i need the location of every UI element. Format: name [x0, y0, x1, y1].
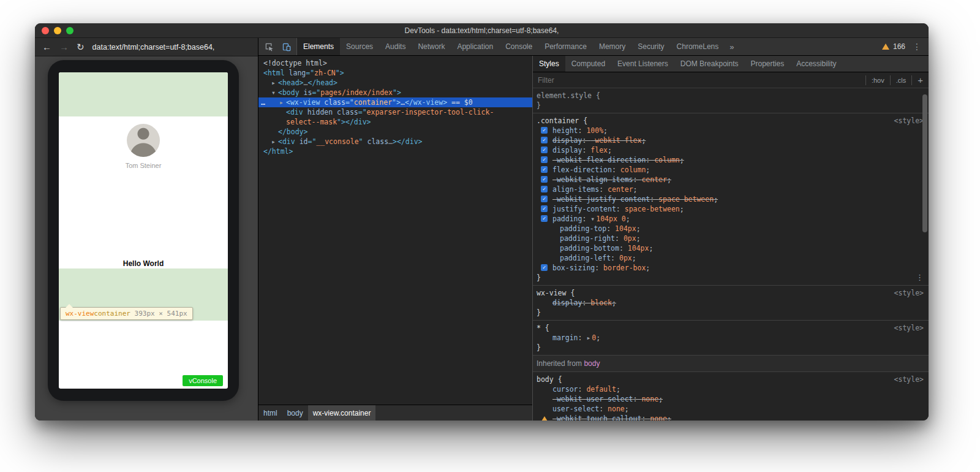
more-tabs-chevron[interactable]: »	[725, 38, 739, 55]
style-source-link[interactable]: <style>	[894, 323, 924, 333]
style-source-link[interactable]: <style>	[894, 116, 924, 126]
property-checkbox[interactable]: ✓	[541, 156, 548, 163]
longhand-expand-icon[interactable]: ▾	[590, 215, 595, 223]
css-property[interactable]: ✓justify-content: space-between;	[537, 204, 927, 214]
back-icon[interactable]: ←	[42, 42, 51, 51]
styles-tab-properties[interactable]: Properties	[744, 56, 790, 72]
disclosure-arrow-icon[interactable]: ▸	[279, 97, 286, 107]
property-checkbox[interactable]: ✓	[541, 166, 548, 173]
css-property[interactable]: ✓-webkit-justify-content: space-between;	[537, 194, 927, 204]
dom-tree-line[interactable]: <html lang="zh-CN">	[258, 68, 532, 78]
semicolon: ;	[649, 244, 653, 253]
devtools-menu-icon[interactable]: ⋮	[909, 42, 925, 51]
disclosure-arrow-icon[interactable]: ▾	[271, 88, 278, 97]
css-property[interactable]: margin: ▸0;	[537, 333, 927, 343]
styles-tab-computed[interactable]: Computed	[565, 56, 611, 72]
style-source-link[interactable]: <style>	[894, 375, 924, 384]
zoom-window-button[interactable]	[66, 27, 74, 34]
rule-selector[interactable]: body	[537, 375, 554, 384]
css-property[interactable]: user-select: none;	[537, 404, 927, 414]
tab-console[interactable]: Console	[499, 38, 538, 55]
dom-tree-line[interactable]: ▸<div id="__vconsole" class…></div>	[258, 137, 532, 147]
tab-performance[interactable]: Performance	[538, 38, 593, 55]
css-property[interactable]: -webkit-touch-callout: none;	[537, 414, 927, 421]
css-property[interactable]: padding-top: 104px;	[537, 224, 927, 234]
tab-network[interactable]: Network	[412, 38, 451, 55]
address-url[interactable]: data:text/html;charset=utf-8;base64,	[92, 43, 215, 51]
property-checkbox[interactable]: ✓	[541, 186, 548, 192]
forward-icon[interactable]: →	[59, 42, 69, 51]
breadcrumb-body[interactable]: body	[282, 405, 308, 421]
css-property[interactable]: -webkit-user-select: none;	[537, 394, 927, 404]
css-property[interactable]: padding-left: 0px;	[537, 253, 927, 263]
tab-memory[interactable]: Memory	[593, 38, 631, 55]
disclosure-arrow-icon[interactable]: ▸	[271, 137, 278, 147]
property-checkbox[interactable]: ✓	[541, 147, 548, 153]
property-checkbox[interactable]: ✓	[541, 205, 548, 212]
css-property[interactable]: ✓flex-direction: column;	[537, 165, 927, 175]
css-property[interactable]: display: block;	[537, 298, 927, 308]
code-token: class	[367, 137, 388, 146]
property-checkbox[interactable]: ✓	[541, 137, 548, 143]
css-property[interactable]: padding-bottom: 104px;	[537, 243, 927, 253]
inspect-element-icon[interactable]	[260, 38, 277, 55]
css-property[interactable]: ✓height: 100%;	[537, 126, 927, 135]
css-property[interactable]: padding-right: 0px;	[537, 234, 927, 243]
tab-security[interactable]: Security	[631, 38, 670, 55]
inherited-from-link[interactable]: body	[584, 359, 600, 368]
dom-tree-line[interactable]: <div hidden class="exparser-inspector-to…	[258, 107, 532, 117]
disclosure-arrow-icon[interactable]: ▸	[271, 78, 278, 88]
styles-scrollbar[interactable]	[922, 89, 928, 421]
tab-chromelens[interactable]: ChromeLens	[671, 38, 725, 55]
rule-selector[interactable]: element.style	[537, 91, 592, 100]
dom-tree-line[interactable]: …▸<wx-view class="container">…</wx-view>…	[258, 97, 532, 107]
node-menu-ellipsis[interactable]: …	[261, 97, 265, 107]
property-checkbox[interactable]: ✓	[541, 127, 548, 134]
property-checkbox[interactable]: ✓	[541, 215, 548, 222]
device-toolbar-icon[interactable]	[277, 38, 295, 55]
property-name: -webkit-flex-direction	[552, 156, 646, 164]
property-checkbox[interactable]: ✓	[541, 264, 548, 271]
css-property[interactable]: ✓display: -webkit-flex;	[537, 135, 927, 145]
breadcrumb-html[interactable]: html	[258, 405, 282, 421]
styles-tab-dom-breakpoints[interactable]: DOM Breakpoints	[674, 56, 745, 72]
rule-selector[interactable]: wx-view	[537, 289, 566, 297]
css-property[interactable]: ✓padding: ▾104px 0;	[537, 214, 927, 224]
css-property[interactable]: ✓display: flex;	[537, 145, 927, 155]
styles-tab-event-listeners[interactable]: Event Listeners	[611, 56, 674, 72]
filter-input[interactable]: Filter	[533, 76, 865, 85]
longhand-expand-icon[interactable]: ▸	[586, 333, 590, 342]
dom-tree-line[interactable]: ▸<head>…</head>	[258, 78, 532, 88]
property-checkbox[interactable]: ✓	[541, 176, 548, 183]
tab-elements[interactable]: Elements	[297, 38, 340, 55]
tab-sources[interactable]: Sources	[340, 38, 379, 55]
new-style-rule-button[interactable]: +	[911, 75, 929, 85]
close-window-button[interactable]	[42, 27, 49, 34]
css-property[interactable]: cursor: default;	[537, 384, 927, 394]
styles-tab-styles[interactable]: Styles	[533, 56, 565, 72]
css-property[interactable]: ✓-webkit-flex-direction: column;	[537, 155, 927, 165]
property-checkbox[interactable]: ✓	[541, 196, 548, 202]
rule-selector[interactable]: *	[537, 324, 541, 332]
style-source-link[interactable]: <style>	[894, 288, 924, 298]
css-property[interactable]: ✓align-items: center;	[537, 185, 927, 194]
tab-application[interactable]: Application	[451, 38, 499, 55]
dom-tree-line[interactable]: select--mask"></div>	[258, 117, 532, 127]
css-property[interactable]: ✓box-sizing: border-box;	[537, 263, 927, 273]
vconsole-button[interactable]: vConsole	[183, 375, 223, 386]
rule-selector[interactable]: .container	[537, 116, 579, 125]
dom-tree-line[interactable]: <!doctype html>	[258, 58, 532, 68]
scrollbar-thumb[interactable]	[922, 94, 927, 232]
dom-tree-line[interactable]: </html>	[258, 147, 532, 156]
dom-tree-line[interactable]: ▾<body is="pages/index/index">	[258, 88, 532, 97]
breadcrumb-wx-view-container[interactable]: wx-view.container	[308, 405, 376, 421]
tab-audits[interactable]: Audits	[379, 38, 412, 55]
warning-count[interactable]: 166	[893, 42, 905, 51]
minimize-window-button[interactable]	[54, 27, 61, 34]
class-toggle[interactable]: .cls	[890, 75, 912, 85]
dom-tree-line[interactable]: </body>	[258, 127, 532, 137]
styles-tab-accessibility[interactable]: Accessibility	[790, 56, 842, 72]
css-property[interactable]: ✓-webkit-align-items: center;	[537, 175, 927, 185]
pseudo-state-toggle[interactable]: :hov	[865, 75, 890, 85]
reload-icon[interactable]: ↻	[77, 42, 85, 51]
